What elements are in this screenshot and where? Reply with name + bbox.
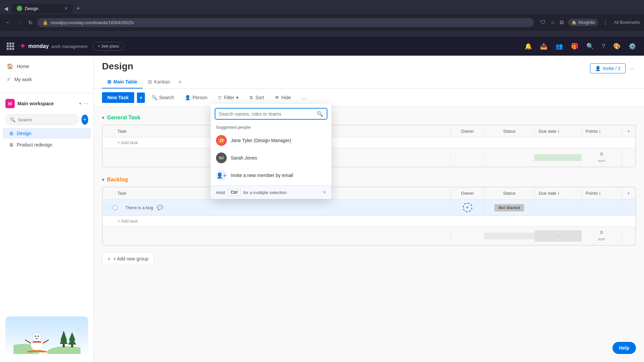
search-popup-box[interactable]: 🔍 — [215, 108, 327, 120]
inbox-icon[interactable]: 📥 — [539, 41, 549, 51]
workspace-chevron-icon: ▾ — [79, 101, 81, 106]
footer-add-backlog — [622, 233, 635, 239]
due-info-icon: ℹ — [558, 129, 559, 134]
invite-text: Invite a new member by email — [231, 173, 293, 178]
owner-cell-bug[interactable]: + — [451, 199, 484, 216]
sidebar-search-box[interactable]: 🔍 — [5, 114, 79, 125]
person-plus-btn[interactable]: + — [463, 203, 472, 212]
person-btn[interactable]: 👤 Person — [181, 93, 211, 103]
popup-close-btn[interactable]: × — [323, 189, 326, 195]
avatar-jane: JT — [216, 135, 227, 146]
hold-label: Hold — [216, 190, 225, 195]
settings-icon[interactable]: ⚙️ — [627, 41, 637, 51]
person-name-jane: Jane Tyler (Design Manager) — [231, 138, 291, 143]
tab-main-table[interactable]: ⊞ Main Table — [102, 76, 143, 88]
search-icon[interactable]: 🔍 — [585, 41, 595, 51]
active-tab[interactable]: Design ✕ — [12, 4, 72, 13]
more-actions-icon[interactable]: ··· — [628, 64, 636, 73]
sort-btn[interactable]: ⇅ Sort — [245, 93, 268, 103]
sidebar-search-input[interactable] — [18, 117, 74, 122]
workspace-more-icon[interactable]: ··· — [84, 101, 88, 107]
add-view-btn[interactable]: + — [176, 76, 185, 88]
backlog-group: ▾ Backlog Task Owner Status — [102, 174, 636, 246]
splitscreen-icon[interactable]: ⧉ — [560, 19, 564, 25]
person-label: Person — [193, 95, 207, 100]
logo-sub: work management — [51, 44, 87, 49]
svg-marker-6 — [68, 337, 76, 345]
group-collapse-backlog-btn[interactable]: ▾ — [102, 177, 104, 182]
points-cell-bug[interactable] — [582, 204, 622, 211]
search-btn[interactable]: 🔍 Search — [148, 93, 178, 103]
footer-status-backlog — [484, 233, 535, 239]
invite-btn[interactable]: 👤 Invite / 2 — [590, 63, 626, 73]
new-task-label: New Task — [107, 95, 129, 100]
checkbox-input-bug[interactable] — [113, 205, 117, 210]
board-actions: New Task ▾ 🔍 Search 👤 Person ▽ Filter ▾ … — [94, 89, 644, 107]
add-task-row-backlog[interactable]: + Add task — [102, 216, 636, 227]
sidebar-item-mywork[interactable]: ✓ My work — [0, 73, 94, 86]
gift-icon[interactable]: 🎁 — [570, 41, 580, 51]
owner-content: + — [455, 203, 480, 212]
filter-btn[interactable]: ▽ Filter ▾ — [214, 93, 243, 103]
apps-grid-icon[interactable] — [7, 43, 14, 50]
new-tab-btn[interactable]: + — [74, 4, 83, 13]
task-icon-bug[interactable]: 💬 — [157, 205, 163, 210]
svg-point-1 — [47, 346, 80, 354]
search-popup-input[interactable] — [219, 111, 317, 117]
incognito-icon: 🕵 — [572, 20, 577, 25]
header-add-col[interactable]: + — [622, 125, 635, 137]
help-label: Help — [619, 345, 629, 351]
people-icon[interactable]: 👥 — [554, 41, 564, 51]
sidebar-product-label: Product redesign — [17, 142, 52, 147]
person-item-jane[interactable]: JT Jane Tyler (Design Manager) — [211, 132, 331, 149]
sidebar-item-home[interactable]: 🏠 Home — [0, 60, 94, 73]
header-status-backlog: Status — [484, 187, 535, 199]
due-col-label: Due date — [539, 129, 556, 134]
add-group-btn[interactable]: + + Add new group — [102, 252, 154, 265]
sidebar-add-btn[interactable]: + — [82, 115, 88, 125]
workspace-header[interactable]: M Main workspace ▾ ··· — [0, 96, 94, 112]
tab-kanban[interactable]: ⊟ Kanban — [143, 76, 175, 88]
back-btn[interactable]: ← — [4, 18, 12, 27]
sum-value-backlog: 0 — [600, 230, 603, 235]
task-cell-bug: There is a bug 💬 — [121, 201, 451, 214]
due-cell-bug[interactable] — [535, 204, 582, 211]
filter-chevron-icon: ▾ — [236, 95, 238, 100]
snowman-svg: ❄ ❄ ❄ — [13, 320, 80, 354]
svg-text:❄: ❄ — [77, 328, 80, 331]
status-col-backlog: Status — [503, 191, 516, 196]
browser-tabs: ◀ Design ✕ + — [0, 0, 644, 14]
new-task-chevron-btn[interactable]: ▾ — [137, 93, 145, 103]
board-tabs: ⊞ Main Table ⊟ Kanban + — [102, 76, 636, 88]
add-task-row-general[interactable]: + Add task — [102, 137, 636, 148]
group-collapse-btn[interactable]: ▾ — [102, 115, 104, 120]
popup-footer: Hold Ctrl for a multiple selection × — [211, 185, 331, 199]
help-icon[interactable]: ? — [600, 42, 606, 51]
forward-btn[interactable]: → — [15, 18, 23, 27]
more-icon: ... — [302, 95, 306, 100]
help-button[interactable]: Help — [612, 342, 636, 354]
hide-btn[interactable]: 👁 Hide — [271, 93, 295, 103]
sidebar-item-design[interactable]: ⊞ Design — [3, 128, 91, 139]
row-more-icon[interactable]: ··· — [103, 205, 111, 210]
see-plans-btn[interactable]: + See plans — [93, 42, 124, 51]
header-add-backlog[interactable]: + — [622, 187, 635, 199]
row-checkbox-bug[interactable] — [111, 205, 120, 210]
new-task-btn[interactable]: New Task — [102, 92, 134, 103]
star-icon[interactable]: ☆ — [550, 19, 555, 26]
sidebar-item-product-redesign[interactable]: ⊞ Product redesign — [3, 139, 91, 150]
color-icon[interactable]: 🎨 — [612, 41, 622, 51]
invite-item[interactable]: 👤+ Invite a new member by email — [211, 167, 331, 184]
tab-close-btn[interactable]: ✕ — [64, 6, 68, 11]
address-bar[interactable]: 🔒 moodjoy.monday.com/boards/1830420525/ — [37, 18, 534, 27]
status-cell-bug[interactable]: Not Started — [484, 202, 535, 214]
svg-point-9 — [33, 333, 41, 342]
task-col-backlog: Task — [117, 191, 126, 196]
refresh-btn[interactable]: ↻ — [27, 18, 34, 27]
more-btn[interactable]: ... — [298, 93, 310, 103]
footer-cb-backlog — [103, 233, 112, 239]
person-item-sarah[interactable]: SJ Sarah Jones — [211, 149, 331, 167]
notification-icon[interactable]: 🔔 — [523, 41, 533, 51]
back-history-btn[interactable]: ◀ — [3, 4, 9, 13]
extensions-icon[interactable]: ⋮ — [603, 19, 608, 26]
